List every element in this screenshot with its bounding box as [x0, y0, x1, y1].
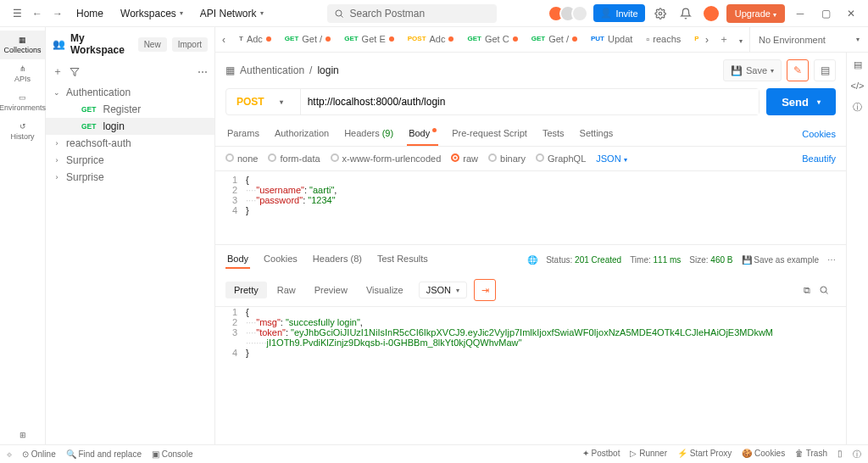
request-tab[interactable]: GETGet / [278, 27, 337, 53]
tab-body[interactable]: Body [407, 122, 438, 146]
window-minimize-icon[interactable]: ─ [790, 3, 810, 24]
add-icon[interactable]: ＋ [53, 64, 63, 79]
body-format-select[interactable]: JSON ▾ [596, 153, 626, 164]
workspace-name[interactable]: My Workspace [70, 32, 133, 56]
tab-authorization[interactable]: Authorization [273, 122, 331, 146]
global-search[interactable]: Search Postman [327, 4, 497, 23]
body-none[interactable]: none [225, 153, 258, 164]
menu-icon[interactable]: ☰ [7, 3, 27, 24]
settings-icon[interactable] [650, 3, 670, 24]
back-icon[interactable]: ← [27, 3, 47, 24]
forward-icon[interactable]: → [47, 3, 68, 24]
save-button[interactable]: 💾Save▾ [723, 59, 782, 81]
trash-button[interactable]: 🗑 Trash [795, 449, 827, 460]
nav-workspaces[interactable]: Workspaces▾ [112, 3, 192, 24]
tree-folder[interactable]: ›reachsoft-auth [46, 135, 214, 152]
rail-collections[interactable]: ▦Collections [0, 31, 45, 59]
tabs-scroll-right[interactable]: › [698, 34, 715, 46]
body-formdata[interactable]: form-data [268, 153, 320, 164]
import-button[interactable]: Import [172, 37, 208, 52]
request-tab[interactable]: TAdc [232, 27, 278, 53]
resp-tab-cookies[interactable]: Cookies [262, 250, 299, 269]
send-button[interactable]: Send▾ [766, 88, 836, 115]
layout-icon[interactable]: ▯ [837, 449, 843, 460]
save-example-button[interactable]: 💾 Save as example [742, 255, 820, 265]
new-button[interactable]: New [138, 37, 167, 52]
tab-prerequest[interactable]: Pre-request Script [450, 122, 529, 146]
nav-home[interactable]: Home [68, 3, 112, 24]
window-maximize-icon[interactable]: ▢ [815, 3, 836, 24]
upgrade-button[interactable]: Upgrade ▾ [726, 4, 785, 23]
sync-icon[interactable]: ⟐ [7, 449, 12, 459]
online-status[interactable]: ⊙ Online [22, 449, 56, 459]
tree-folder[interactable]: ›Surprice [46, 152, 214, 169]
tree-folder[interactable]: ⌄Authentication [46, 84, 214, 101]
request-tab[interactable]: GETGet C [460, 27, 524, 53]
tab-more-icon[interactable]: ▾ [732, 34, 749, 46]
code-icon[interactable]: </> [851, 81, 865, 91]
request-tab[interactable]: POSTAdc [401, 27, 461, 53]
copy-icon[interactable]: ⧉ [804, 285, 810, 296]
request-tab[interactable]: PUTUpdat [584, 27, 639, 53]
url-input[interactable] [301, 89, 760, 114]
body-raw[interactable]: raw [451, 153, 478, 164]
view-visualize[interactable]: Visualize [358, 282, 412, 298]
find-replace[interactable]: 🔍 Find and replace [66, 449, 142, 459]
resp-format-select[interactable]: JSON▾ [419, 282, 467, 298]
body-graphql[interactable]: GraphQL [536, 153, 586, 164]
request-tab[interactable]: GETGet / [525, 27, 584, 53]
edit-icon[interactable]: ✎ [787, 59, 809, 81]
presence-avatars[interactable] [553, 5, 588, 22]
request-tab[interactable]: POSTReg [687, 27, 698, 53]
invite-button[interactable]: 👤Invite [593, 4, 644, 22]
tree-request[interactable]: GETlogin [46, 118, 214, 135]
environment-select[interactable]: No Environment▾ [749, 27, 868, 53]
console-button[interactable]: ▣ Console [152, 449, 192, 459]
cookies-link[interactable]: Cookies [802, 129, 836, 139]
tree-folder[interactable]: ›Surprise [46, 169, 214, 186]
resp-tab-body[interactable]: Body [225, 250, 250, 269]
globe-icon[interactable]: 🌐 [527, 255, 537, 265]
request-body-editor[interactable]: 1{2····"username": "aarti",3····"passwor… [215, 170, 846, 219]
beautify-link[interactable]: Beautify [802, 153, 836, 164]
nav-api-network[interactable]: API Network▾ [192, 3, 272, 24]
tab-settings[interactable]: Settings [578, 122, 615, 146]
rail-environments[interactable]: ▭Environments [0, 88, 45, 117]
comment-icon[interactable]: ▤ [814, 59, 836, 81]
postbot-button[interactable]: ✦ Postbot [582, 449, 620, 460]
more-icon[interactable]: ⋯ [198, 66, 208, 78]
info-icon[interactable]: ⓘ [853, 101, 862, 114]
method-select[interactable]: POST▾ [226, 89, 301, 114]
breadcrumb-parent[interactable]: Authentication [240, 64, 304, 76]
window-close-icon[interactable]: ✕ [841, 3, 861, 24]
tab-tests[interactable]: Tests [541, 122, 566, 146]
rail-apis[interactable]: ⋔APIs [0, 59, 45, 88]
body-urlencoded[interactable]: x-www-form-urlencoded [331, 153, 442, 164]
wrap-icon[interactable]: ⇥ [474, 279, 496, 301]
tree-request[interactable]: GETRegister [46, 101, 214, 118]
tab-params[interactable]: Params [225, 122, 261, 146]
rail-history[interactable]: ↺History [0, 117, 45, 146]
view-raw[interactable]: Raw [269, 282, 304, 298]
tab-add-icon[interactable]: ＋ [715, 32, 732, 47]
request-tab[interactable]: ▫reachs [639, 27, 687, 53]
avatar[interactable] [701, 3, 721, 24]
cookies-button[interactable]: 🍪 Cookies [742, 449, 785, 460]
filter-icon[interactable] [70, 67, 80, 77]
view-preview[interactable]: Preview [306, 282, 356, 298]
runner-button[interactable]: ▷ Runner [630, 449, 667, 460]
resp-tab-tests[interactable]: Test Results [376, 250, 430, 269]
proxy-button[interactable]: ⚡ Start Proxy [677, 449, 732, 460]
response-body-editor[interactable]: 1{2····"msg": "succesfully login",3····"… [215, 306, 846, 444]
resp-more-icon[interactable]: ⋯ [827, 255, 836, 265]
notifications-icon[interactable] [676, 3, 696, 24]
request-tab[interactable]: GETGet E [337, 27, 401, 53]
rail-more[interactable]: ⊞ [0, 426, 45, 444]
resp-tab-headers[interactable]: Headers (8) [311, 250, 364, 269]
tabs-scroll-left[interactable]: ‹ [215, 34, 232, 46]
tab-headers[interactable]: Headers (9) [342, 122, 395, 146]
body-binary[interactable]: binary [488, 153, 526, 164]
view-pretty[interactable]: Pretty [225, 282, 267, 298]
search-response-icon[interactable] [819, 285, 829, 295]
help-icon[interactable]: ⓘ [853, 449, 861, 460]
